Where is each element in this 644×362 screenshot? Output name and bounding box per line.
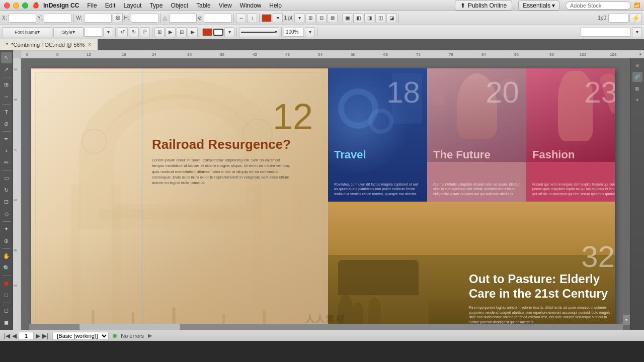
fullscreen-button[interactable]	[22, 3, 28, 9]
columns-button[interactable]: ⊟	[177, 27, 187, 37]
pencil-tool[interactable]: ✏	[1, 157, 12, 168]
opacity-dropdown[interactable]: ▾	[305, 27, 315, 37]
prev-page-btn[interactable]: ◀	[12, 332, 17, 339]
adobe-stock-search[interactable]	[566, 2, 631, 10]
fill-color[interactable]	[202, 28, 212, 36]
menu-table[interactable]: Table	[192, 1, 215, 10]
extra-stroke-label: 1p0	[598, 15, 606, 21]
hand-tool[interactable]: ✋	[1, 251, 12, 262]
y-input[interactable]	[44, 14, 71, 23]
menu-layout[interactable]: Layout	[119, 1, 145, 10]
stroke-dropdown[interactable]: ▾	[273, 13, 283, 23]
scroll-down-btn[interactable]: ▼	[623, 315, 630, 325]
menu-view[interactable]: View	[215, 1, 236, 10]
zoom-tool[interactable]: 🔍	[1, 262, 12, 274]
menu-help[interactable]: Help	[265, 1, 286, 10]
direct-select-tool[interactable]: ↗	[1, 64, 12, 75]
publish-online-button[interactable]: ⬆ Publish Online	[455, 1, 512, 11]
chain-button[interactable]: ▶	[166, 27, 176, 37]
normal-view-button[interactable]: ◻	[1, 305, 12, 316]
effects-input[interactable]	[581, 28, 631, 37]
text-frame-options[interactable]: P	[140, 27, 150, 37]
menu-indesign[interactable]: InDesign CC	[39, 1, 83, 10]
preflight-icon[interactable]: ▶	[148, 332, 152, 339]
links-panel-btn[interactable]: 🔗	[632, 72, 642, 82]
add-anchor-tool[interactable]: +	[1, 146, 12, 157]
shear-input[interactable]	[204, 14, 231, 23]
menu-object[interactable]: Object	[167, 1, 192, 10]
preview-view-button[interactable]: ◼	[1, 317, 12, 328]
opacity-input[interactable]	[284, 28, 304, 37]
h-input[interactable]	[131, 14, 158, 23]
text-warp-right[interactable]: ◪	[386, 13, 396, 23]
text-path-tool[interactable]: ⊘	[1, 119, 12, 130]
font-size-dropdown[interactable]: ▾	[103, 27, 113, 37]
stroke-weight-up[interactable]: ▾	[294, 13, 304, 23]
essentials-button[interactable]: Essentials ▾	[518, 1, 559, 11]
text-warp-wrap[interactable]: ◧	[353, 13, 363, 23]
pen-tool[interactable]: ✒	[1, 134, 12, 145]
flip-h-button[interactable]: ↔	[236, 13, 246, 23]
last-page-btn[interactable]: ▶|	[42, 332, 48, 339]
tab-close-button[interactable]: ✕	[88, 42, 92, 47]
lightning-button[interactable]: ⚡	[629, 13, 642, 23]
font-selector[interactable]: Font Name ▾	[2, 27, 52, 37]
spread-button[interactable]: ▶	[188, 27, 198, 37]
traffic-lights[interactable]	[4, 3, 28, 9]
page-number-input[interactable]: 1	[19, 332, 34, 340]
menu-window[interactable]: Window	[236, 1, 266, 10]
undo-button[interactable]: ↺	[118, 27, 128, 37]
lock-proportions-button[interactable]: ⛓	[113, 13, 123, 23]
color-dropdown[interactable]: ▾	[224, 27, 234, 37]
w-input[interactable]	[84, 14, 112, 23]
effects-dropdown[interactable]: ▾	[632, 27, 642, 37]
first-page-btn[interactable]: |◀	[4, 332, 10, 339]
horizontal-scrollbar[interactable]	[29, 324, 623, 330]
stroke-indicator[interactable]: □	[1, 290, 12, 301]
effects-panel-btn[interactable]: ✦	[632, 95, 642, 105]
x-label: X:	[2, 15, 7, 21]
minimize-button[interactable]	[13, 3, 19, 9]
text-warp-jump[interactable]: ◨	[364, 13, 374, 23]
flip-v-button[interactable]: ↕	[247, 13, 257, 23]
pages-panel-btn[interactable]: ⊞	[632, 60, 642, 70]
menu-type[interactable]: Type	[145, 1, 167, 10]
document-tab[interactable]: * *Combining TOC.indd @ 56% ✕	[0, 39, 98, 50]
align-right-button[interactable]: ⊠	[328, 13, 338, 23]
chevron-down-icon: ▾	[552, 2, 555, 9]
ruler-scroll-up[interactable]: ▲	[637, 50, 644, 58]
font-style-selector[interactable]: Style ▾	[53, 27, 84, 37]
measure-tool[interactable]: ⊕	[1, 235, 12, 246]
tool-separator-6	[3, 248, 11, 249]
text-warp-left[interactable]: ◫	[375, 13, 385, 23]
gap-tool[interactable]: ↔	[1, 92, 12, 103]
rectangle-tool[interactable]: ▭	[1, 173, 12, 184]
eyedropper-tool[interactable]: ✦	[1, 224, 12, 235]
text-tool[interactable]: T	[1, 107, 12, 118]
style-selector[interactable]: [Basic (working)]	[52, 332, 109, 340]
shear-tool[interactable]: ◇	[1, 208, 12, 219]
angle-input[interactable]	[169, 14, 197, 23]
align-center-button[interactable]: ⊟	[316, 13, 327, 23]
font-size-input[interactable]	[85, 28, 102, 37]
close-button[interactable]	[4, 3, 10, 9]
scale-tool[interactable]: ⊡	[1, 197, 12, 208]
page-tool[interactable]: ⊞	[1, 79, 12, 90]
stroke-style-1[interactable]: ▾	[239, 27, 279, 37]
x-input[interactable]	[9, 14, 36, 23]
rotate-tool[interactable]: ↻	[1, 185, 12, 196]
extra-input[interactable]	[608, 14, 628, 23]
fill-indicator[interactable]: ■	[1, 278, 12, 289]
align-left-button[interactable]: ⊞	[305, 13, 315, 23]
select-tool[interactable]: ↖	[1, 52, 12, 63]
stroke-color-button[interactable]	[262, 14, 272, 22]
menu-edit[interactable]: Edit	[101, 1, 120, 10]
next-page-btn[interactable]: ▶	[36, 332, 40, 339]
ruler-num: 6	[56, 52, 58, 57]
link-button[interactable]: ⊞	[154, 27, 165, 37]
stroke-color2[interactable]	[213, 29, 223, 36]
text-warp-none[interactable]: ▣	[342, 13, 352, 23]
swatches-panel-btn[interactable]: ▦	[632, 83, 642, 94]
menu-file[interactable]: File	[83, 1, 101, 10]
redo-button[interactable]: ↻	[129, 27, 139, 37]
